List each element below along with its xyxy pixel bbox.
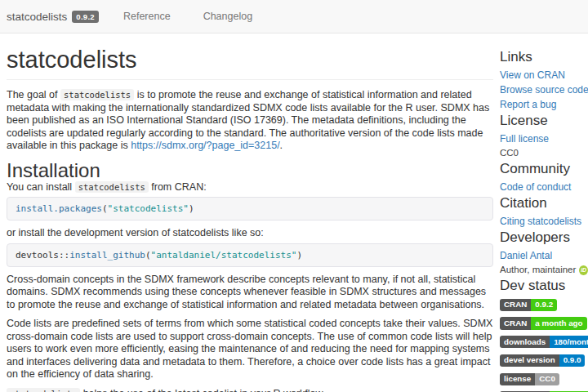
version-badge: 0.9.2 bbox=[72, 11, 99, 23]
code-string: "antaldaniel/statcodelists" bbox=[151, 250, 297, 261]
sidebar-link-report-bug[interactable]: Report a bug bbox=[500, 99, 588, 110]
badge-cran-release-age[interactable]: CRANa month ago bbox=[500, 317, 587, 329]
sidebar-link-browse-source[interactable]: Browse source code bbox=[500, 84, 588, 96]
sidebar-heading-dev-status: Dev status bbox=[500, 278, 588, 293]
badge-label: CRAN bbox=[500, 317, 531, 329]
sidebar-heading-citation: Citation bbox=[500, 196, 588, 211]
code-block-devtools: devtools::install_github("antaldaniel/st… bbox=[7, 243, 493, 267]
badge-label: license bbox=[500, 373, 535, 385]
sidebar-heading-developers: Developers bbox=[500, 230, 588, 245]
badge-value: CC0 bbox=[535, 373, 559, 385]
code-paren: ( bbox=[145, 250, 151, 261]
intro-suffix: . bbox=[280, 140, 283, 151]
badge-downloads[interactable]: downloads180/month bbox=[500, 336, 588, 348]
sidebar-link-maintainer[interactable]: Daniel Antal bbox=[500, 250, 588, 261]
badge-row: CRAN0.9.2 bbox=[500, 298, 588, 311]
nav-link-changelog[interactable]: Changelog bbox=[195, 11, 261, 22]
badge-value: a month ago bbox=[531, 317, 586, 329]
code-function: install.packages bbox=[16, 203, 102, 214]
page-container: statcodelists The goal of statcodelists … bbox=[0, 33, 588, 392]
sidebar-link-full-license[interactable]: Full license bbox=[500, 133, 588, 145]
code-package: devtools bbox=[16, 250, 59, 261]
cran-prefix: You can install bbox=[7, 181, 75, 193]
title-divider bbox=[7, 79, 493, 80]
badge-label: CRAN bbox=[500, 299, 531, 311]
sidebar: Links View on CRAN Browse source code Re… bbox=[500, 33, 588, 392]
sidebar-link-code-of-conduct[interactable]: Code of conduct bbox=[500, 181, 588, 193]
badge-cran-version[interactable]: CRAN0.9.2 bbox=[500, 299, 557, 311]
workflow-paragraph: statcodelists helps the use of the lates… bbox=[7, 388, 493, 392]
maintainer-role-label: Author, maintainer bbox=[500, 265, 576, 275]
code-paren: ) bbox=[189, 203, 194, 214]
badge-license[interactable]: licenseCC0 bbox=[500, 373, 559, 385]
codelists-paragraph: Code lists are predefined sets of terms … bbox=[7, 318, 493, 381]
badge-row: CRANa month ago bbox=[500, 317, 588, 330]
code-block-install: install.packages("statcodelists") bbox=[7, 197, 493, 220]
badge-row: devel version0.9.0 bbox=[500, 354, 588, 367]
navbar-brand-label: statcodelists bbox=[7, 11, 67, 23]
badge-row: licenseCC0 bbox=[500, 372, 588, 385]
maintainer-role: Author, maintainer iD bbox=[500, 265, 588, 275]
crossdomain-paragraph: Cross-domain concepts in the SDMX framew… bbox=[7, 274, 493, 312]
inline-code-statcodelists: statcodelists bbox=[7, 388, 80, 392]
intro-paragraph: The goal of statcodelists is to promote … bbox=[7, 89, 493, 153]
sidebar-heading-links: Links bbox=[500, 50, 588, 65]
cran-install-paragraph: You can install statcodelists from CRAN: bbox=[7, 181, 493, 194]
sidebar-link-view-on-cran[interactable]: View on CRAN bbox=[500, 69, 588, 81]
workflow-text: helps the use of the latest codelist in … bbox=[80, 388, 325, 392]
badge-label: downloads bbox=[500, 336, 550, 348]
installation-heading: Installation bbox=[7, 159, 493, 181]
badge-devel-version[interactable]: devel version0.9.0 bbox=[500, 354, 585, 367]
sidebar-heading-license: License bbox=[500, 114, 588, 128]
badge-value: 0.9.2 bbox=[531, 299, 557, 311]
badge-value: 0.9.0 bbox=[559, 354, 586, 367]
cran-suffix: from CRAN: bbox=[149, 181, 207, 193]
inline-code-statcodelists: statcodelists bbox=[60, 89, 134, 100]
main-content: statcodelists The goal of statcodelists … bbox=[7, 33, 493, 392]
navbar-brand[interactable]: statcodelists 0.9.2 bbox=[7, 11, 99, 23]
license-name: CC0 bbox=[500, 148, 588, 158]
code-string: "statcodelists" bbox=[108, 203, 189, 214]
page-title: statcodelists bbox=[7, 47, 493, 73]
orcid-icon[interactable]: iD bbox=[579, 265, 588, 275]
badge-label: devel version bbox=[500, 354, 559, 367]
intro-prefix: The goal of bbox=[7, 89, 60, 100]
dev-install-paragraph: or install the development version of st… bbox=[7, 227, 493, 240]
navbar: statcodelists 0.9.2 Reference Changelog bbox=[0, 0, 588, 33]
nav-link-reference[interactable]: Reference bbox=[115, 11, 179, 22]
sidebar-heading-community: Community bbox=[500, 162, 588, 176]
code-namespace-operator: :: bbox=[59, 250, 69, 261]
badge-row: downloads180/month bbox=[500, 336, 588, 349]
code-paren: ) bbox=[296, 250, 302, 261]
sidebar-link-citing[interactable]: Citing statcodelists bbox=[500, 216, 588, 227]
code-paren: ( bbox=[102, 203, 108, 214]
code-function: install_github bbox=[69, 250, 145, 261]
sdmx-link[interactable]: https://sdmx.org/?page_id=3215/ bbox=[131, 140, 279, 151]
badge-value: 180/month bbox=[550, 336, 588, 348]
inline-code-statcodelists: statcodelists bbox=[75, 181, 149, 193]
